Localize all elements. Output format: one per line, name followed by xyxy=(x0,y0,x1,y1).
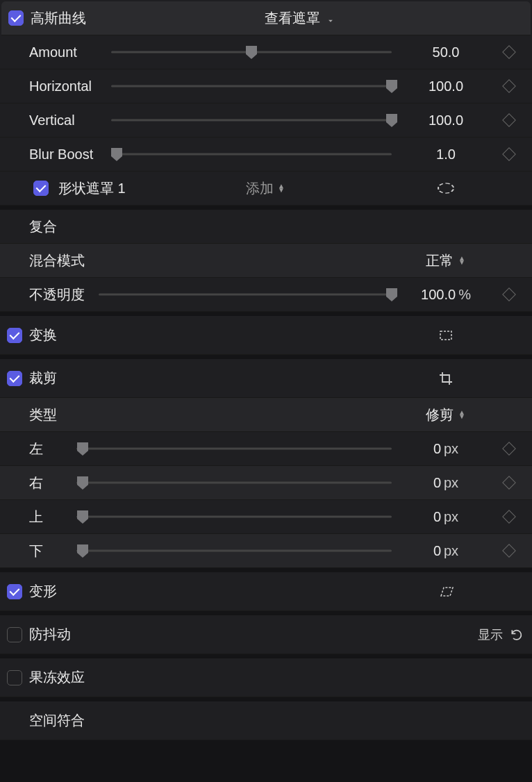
crop-type-select[interactable]: 修剪 xyxy=(397,406,494,424)
transform-header[interactable]: 变换 xyxy=(0,316,532,355)
checkbox-stabilize[interactable] xyxy=(7,627,22,642)
keyframe-button[interactable] xyxy=(494,149,524,159)
blend-mode-select[interactable]: 正常 xyxy=(397,251,494,270)
opacity-row: 不透明度 100.0% xyxy=(0,278,532,312)
ellipse-dashed-icon xyxy=(438,183,454,194)
crop-top-row: 上 0px xyxy=(0,500,532,534)
value-crop-top[interactable]: 0px xyxy=(397,509,494,525)
effect-header-gaussian[interactable]: 高斯曲线 查看遮罩 xyxy=(1,1,531,35)
blend-mode-row: 混合模式 正常 xyxy=(0,244,532,278)
section-title: 变形 xyxy=(29,582,57,601)
checkbox-gaussian[interactable] xyxy=(8,10,24,26)
section-title: 防抖动 xyxy=(29,625,71,644)
crop-icon xyxy=(397,370,494,387)
rolling-header[interactable]: 果冻效应 xyxy=(0,658,532,697)
keyframe-button[interactable] xyxy=(494,47,524,57)
slider-crop-right[interactable] xyxy=(71,476,397,490)
view-mask-dropdown[interactable]: 查看遮罩 xyxy=(107,9,493,28)
crop-bottom-row: 下 0px xyxy=(0,534,532,568)
value-horizontal[interactable]: 100.0 xyxy=(397,78,494,94)
distort-header[interactable]: 变形 xyxy=(0,572,532,611)
checkbox-rolling[interactable] xyxy=(7,670,22,685)
checkbox-shape-mask[interactable] xyxy=(33,181,49,196)
slider-horizontal[interactable] xyxy=(106,79,397,93)
section-title: 果冻效应 xyxy=(29,668,85,687)
param-label: 右 xyxy=(29,474,71,492)
value-crop-bottom[interactable]: 0px xyxy=(397,543,494,559)
mask-shape-indicator[interactable] xyxy=(397,180,494,197)
view-mask-label: 查看遮罩 xyxy=(265,9,320,28)
param-label: 上 xyxy=(29,508,71,526)
section-title: 空间符合 xyxy=(29,711,85,730)
param-row-amount: Amount 50.0 xyxy=(0,35,532,69)
transform-icon xyxy=(397,327,494,344)
param-row-blurboost: Blur Boost 1.0 xyxy=(0,138,532,172)
value-crop-left[interactable]: 0px xyxy=(397,441,494,457)
param-label: Amount xyxy=(29,44,106,60)
chevron-down-icon xyxy=(326,13,335,23)
keyframe-button[interactable] xyxy=(494,115,524,125)
keyframe-button[interactable] xyxy=(494,290,524,299)
slider-amount[interactable] xyxy=(106,45,397,59)
slider-crop-bottom[interactable] xyxy=(71,544,397,558)
checkbox-crop[interactable] xyxy=(7,371,22,386)
effect-title: 高斯曲线 xyxy=(31,9,107,28)
value-opacity[interactable]: 100.0% xyxy=(397,287,494,303)
crop-header[interactable]: 裁剪 xyxy=(0,359,532,398)
param-label: Horizontal xyxy=(29,78,106,94)
spatial-header[interactable]: 空间符合 xyxy=(0,701,532,740)
blend-mode-label: 混合模式 xyxy=(29,251,106,270)
mask-mode-dropdown[interactable]: 添加 xyxy=(246,179,286,198)
opacity-label: 不透明度 xyxy=(29,285,93,304)
crop-type-row: 类型 修剪 xyxy=(0,398,532,432)
shape-mask-label: 形状遮罩 1 xyxy=(58,179,135,198)
shape-mask-row[interactable]: 形状遮罩 1 添加 xyxy=(0,172,532,206)
slider-blurboost[interactable] xyxy=(106,147,397,161)
composite-header[interactable]: 复合 xyxy=(0,210,532,244)
param-label: 左 xyxy=(29,440,71,458)
reset-icon[interactable] xyxy=(510,628,524,642)
value-blurboost[interactable]: 1.0 xyxy=(397,147,494,163)
param-label: 下 xyxy=(29,542,71,560)
value-crop-right[interactable]: 0px xyxy=(397,475,494,491)
keyframe-button[interactable] xyxy=(494,512,524,522)
show-link[interactable]: 显示 xyxy=(478,626,503,643)
section-title: 变换 xyxy=(29,326,57,344)
slider-crop-left[interactable] xyxy=(71,442,397,456)
value-amount[interactable]: 50.0 xyxy=(397,44,494,60)
param-row-horizontal: Horizontal 100.0 xyxy=(0,69,532,103)
slider-vertical[interactable] xyxy=(106,113,397,127)
keyframe-button[interactable] xyxy=(494,444,524,454)
keyframe-button[interactable] xyxy=(494,81,524,91)
crop-left-row: 左 0px xyxy=(0,432,532,466)
checkbox-distort[interactable] xyxy=(7,584,22,599)
crop-right-row: 右 0px xyxy=(0,466,532,500)
section-title: 裁剪 xyxy=(29,369,57,388)
section-title: 复合 xyxy=(29,217,57,236)
param-row-vertical: Vertical 100.0 xyxy=(0,103,532,138)
checkbox-transform[interactable] xyxy=(7,328,22,343)
value-vertical[interactable]: 100.0 xyxy=(397,113,494,128)
slider-crop-top[interactable] xyxy=(71,510,397,524)
svg-rect-0 xyxy=(440,331,451,340)
distort-icon xyxy=(397,583,494,600)
crop-type-label: 类型 xyxy=(29,406,106,424)
slider-opacity[interactable] xyxy=(93,288,397,301)
param-label: Vertical xyxy=(29,113,106,128)
param-label: Blur Boost xyxy=(29,147,106,163)
stabilize-header[interactable]: 防抖动 显示 xyxy=(0,615,532,654)
keyframe-button[interactable] xyxy=(494,478,524,488)
keyframe-button[interactable] xyxy=(494,546,524,556)
